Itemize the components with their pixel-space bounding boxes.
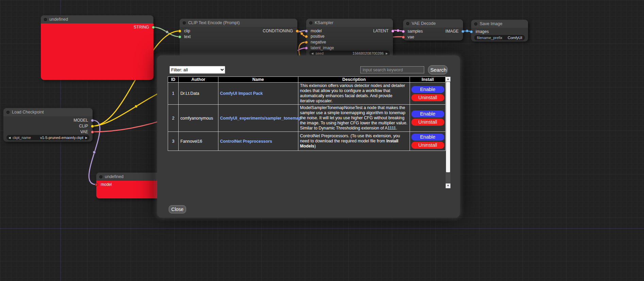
node-titlebar[interactable]: undefined: [41, 15, 153, 23]
wire-dot: [93, 151, 96, 154]
widget-decrement-icon[interactable]: ◀: [311, 52, 313, 55]
widget-value: 156680208700286: [352, 51, 384, 55]
input-slot-positive[interactable]: [305, 35, 308, 38]
search-button[interactable]: Search: [428, 65, 448, 74]
enable-button[interactable]: Enable: [411, 110, 444, 118]
input-slot-vae[interactable]: [402, 36, 405, 39]
widget-value: v1-5-pruned-emaonly.ckpt: [40, 136, 83, 140]
extensions-table: ID Author Name Description Install 1 Dr.…: [168, 76, 446, 151]
cell-description: ModelSamplerTonemapNoiseTest a node that…: [298, 105, 410, 132]
input-label: model: [311, 28, 322, 34]
cell-name: ComfyUI Impact Pack: [218, 83, 298, 105]
ckpt-name-widget[interactable]: ◀ ckpt_name v1-5-pruned-emaonly.ckpt ▶: [6, 135, 89, 140]
header-name: Name: [218, 77, 298, 83]
cell-description: ControlNet Preprocessors. (To use this e…: [298, 132, 410, 151]
node-collapse-icon[interactable]: [183, 21, 186, 24]
node-titlebar[interactable]: Save Image: [471, 20, 528, 28]
search-input[interactable]: [360, 66, 424, 73]
node-title: Load Checkpoint: [12, 110, 44, 115]
extension-link[interactable]: ComfyUI Impact Pack: [220, 91, 263, 96]
cell-install: Enable Uninstall: [410, 83, 446, 105]
node-collapse-icon[interactable]: [309, 21, 312, 24]
filename-prefix-widget[interactable]: filename_prefix ComfyUI: [474, 35, 525, 40]
input-slot-text[interactable]: [178, 35, 181, 38]
output-label: IMAGE: [445, 29, 459, 34]
node-titlebar[interactable]: KSampler: [306, 19, 393, 27]
node-body: model: [96, 181, 164, 198]
extension-link[interactable]: ComfyUI_experiments/sampler_tonemap: [220, 116, 301, 121]
filter-select[interactable]: Filter: all: [169, 66, 225, 74]
input-label: images: [476, 29, 489, 35]
uninstall-button[interactable]: Uninstall: [411, 94, 444, 101]
cell-author: Fannovel16: [179, 132, 218, 151]
node-graph-canvas[interactable]: undefined STRING CLIP Text Encode (Promp…: [0, 0, 644, 281]
output-label: LATENT: [373, 28, 389, 34]
widget-increment-icon[interactable]: ▶: [85, 136, 87, 139]
extension-link[interactable]: ControlNet Preprocessors: [220, 139, 272, 144]
wire-dot: [135, 105, 137, 108]
node-titlebar[interactable]: Load Checkpoint: [3, 108, 93, 116]
input-slot-model[interactable]: [305, 30, 308, 33]
node-undefined-top[interactable]: undefined STRING: [41, 15, 153, 80]
uninstall-button[interactable]: Uninstall: [411, 119, 444, 126]
input-label: samples: [408, 29, 423, 34]
input-label: negative: [311, 39, 326, 45]
close-button[interactable]: Close: [169, 205, 186, 213]
widget-value: ComfyUI: [508, 36, 522, 40]
wire-dot: [166, 31, 168, 33]
input-slot-images[interactable]: [470, 30, 473, 33]
node-collapse-icon[interactable]: [44, 18, 47, 21]
node-collapse-icon[interactable]: [99, 175, 102, 178]
wire-dot: [397, 29, 399, 32]
enable-button[interactable]: Enable: [411, 134, 444, 141]
output-slot-vae[interactable]: [91, 130, 94, 134]
cell-id: 2: [168, 105, 179, 132]
node-titlebar[interactable]: CLIP Text Encode (Prompt): [180, 19, 297, 27]
input-slot-samples[interactable]: [402, 30, 405, 33]
scrollbar-thumb[interactable]: [446, 82, 450, 172]
node-save-image[interactable]: Save Image images filename_prefix ComfyU…: [471, 20, 528, 41]
node-collapse-icon[interactable]: [406, 22, 409, 25]
input-slot-clip[interactable]: [178, 30, 181, 33]
wire-dot: [466, 30, 468, 32]
input-slot-latent-image[interactable]: [305, 47, 308, 50]
table-scrollbar[interactable]: ▲ ▼: [446, 77, 450, 188]
scroll-down-icon[interactable]: ▼: [446, 183, 450, 188]
enable-button[interactable]: Enable: [411, 86, 444, 93]
cell-description: This extension offers various detector n…: [298, 83, 410, 105]
input-slot-negative[interactable]: [305, 41, 308, 44]
node-collapse-icon[interactable]: [474, 22, 477, 25]
node-vae-decode[interactable]: VAE Decode samples IMAGE vae: [403, 19, 463, 40]
widget-decrement-icon[interactable]: ◀: [9, 136, 11, 139]
header-description: Description: [298, 77, 410, 83]
output-slot-conditioning[interactable]: [296, 30, 299, 33]
node-titlebar[interactable]: undefined: [96, 173, 164, 181]
output-slot-string[interactable]: [152, 26, 155, 29]
node-title: undefined: [105, 174, 123, 179]
uninstall-button[interactable]: Uninstall: [411, 142, 444, 149]
widget-label: filename_prefix: [477, 36, 502, 40]
node-load-checkpoint[interactable]: Load Checkpoint MODEL CLIP VAE ◀ ckpt_na…: [3, 108, 93, 142]
node-body: STRING: [41, 23, 153, 80]
node-undefined-bottom[interactable]: undefined model: [96, 173, 164, 198]
widget-increment-icon[interactable]: ▶: [386, 52, 388, 55]
input-label: model: [101, 182, 112, 188]
input-slot-model[interactable]: [95, 183, 98, 186]
node-title: VAE Decode: [412, 21, 436, 26]
output-label: VAE: [80, 129, 88, 135]
output-slot-image[interactable]: [461, 30, 464, 33]
node-titlebar[interactable]: VAE Decode: [403, 19, 463, 28]
header-author: Author: [179, 77, 218, 83]
table-row: 3 Fannovel16 ControlNet Preprocessors Co…: [168, 132, 446, 151]
scroll-up-icon[interactable]: ▲: [446, 77, 450, 82]
output-slot-clip[interactable]: [91, 125, 94, 128]
cell-name: ControlNet Preprocessors: [218, 132, 298, 151]
node-collapse-icon[interactable]: [6, 111, 10, 114]
table-header-row: ID Author Name Description Install: [168, 77, 446, 83]
output-slot-model[interactable]: [91, 119, 94, 122]
cell-author: Dr.Lt.Data: [179, 83, 218, 105]
output-slot-latent[interactable]: [391, 30, 394, 33]
cell-name: ComfyUI_experiments/sampler_tonemap: [218, 105, 298, 132]
input-label: latent_image: [311, 45, 334, 51]
node-title: undefined: [49, 17, 68, 22]
